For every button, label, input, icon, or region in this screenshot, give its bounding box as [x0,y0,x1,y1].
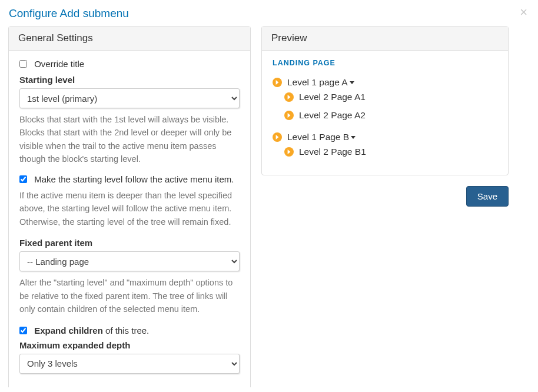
tree-item-l2a2[interactable]: Level 2 Page A2 [284,106,497,124]
tree-item-l1a[interactable]: Level 1 page A Level 2 Page A1 [273,73,497,128]
fixed-parent-select[interactable]: -- Landing page [19,251,240,271]
fixed-parent-label: Fixed parent item [19,238,240,248]
tree-item-label: Level 1 page A [287,77,348,88]
tree-item-l1b[interactable]: Level 1 Page B Level 2 Page B1 [273,128,497,164]
override-title-field[interactable]: Override title [19,59,84,69]
caret-down-icon [350,81,354,84]
follow-active-label: Make the starting level follow the activ… [34,174,234,184]
expand-children-checkbox[interactable] [19,327,27,334]
save-button[interactable]: Save [466,186,509,207]
follow-active-checkbox[interactable] [19,175,27,183]
expand-children-bold: Expand children [34,325,103,335]
chevron-right-icon [284,147,294,157]
caret-down-icon [351,136,356,139]
tree-item-label: Level 1 Page B [287,132,349,142]
chevron-right-icon [284,111,294,120]
follow-active-field[interactable]: Make the starting level follow the activ… [19,174,234,184]
override-title-checkbox[interactable] [19,60,27,68]
chevron-right-icon [273,132,282,142]
chevron-right-icon [273,78,282,87]
follow-active-help: If the active menu item is deeper than t… [19,189,240,228]
general-settings-heading: General Settings [9,26,250,51]
preview-landing-label: LANDING PAGE [273,59,497,67]
max-depth-select[interactable]: Only 3 levels [19,354,240,374]
tree-item-label: Level 2 Page B1 [299,147,366,157]
override-title-label: Override title [34,59,84,69]
tree-item-l2b1[interactable]: Level 2 Page B1 [284,142,497,161]
close-icon[interactable]: × [520,6,527,19]
max-depth-label: Maximum expanded depth [19,340,240,350]
tree-item-label: Level 2 Page A2 [299,110,366,121]
tree-item-label: Level 2 Page A1 [299,92,366,102]
preview-tree: Level 1 page A Level 2 Page A1 [273,73,497,164]
tree-item-l2a1[interactable]: Level 2 Page A1 [284,88,497,106]
preview-heading: Preview [262,26,508,51]
preview-panel: Preview LANDING PAGE Level 1 page A [261,26,509,175]
modal-content: General Settings Override title Starting… [0,26,538,387]
starting-level-select[interactable]: 1st level (primary) [19,88,240,108]
starting-level-label: Starting level [19,75,240,85]
modal-header: Configure Add submenu × [0,0,538,26]
starting-level-help: Blocks that start with the 1st level wil… [19,113,240,166]
general-settings-panel: General Settings Override title Starting… [8,26,251,387]
modal-title: Configure Add submenu [9,7,529,20]
expand-children-rest: of this tree. [103,325,149,335]
fixed-parent-help: Alter the "starting level" and "maximum … [19,276,240,315]
expand-children-field[interactable]: Expand children of this tree. [19,325,149,335]
chevron-right-icon [284,92,294,102]
